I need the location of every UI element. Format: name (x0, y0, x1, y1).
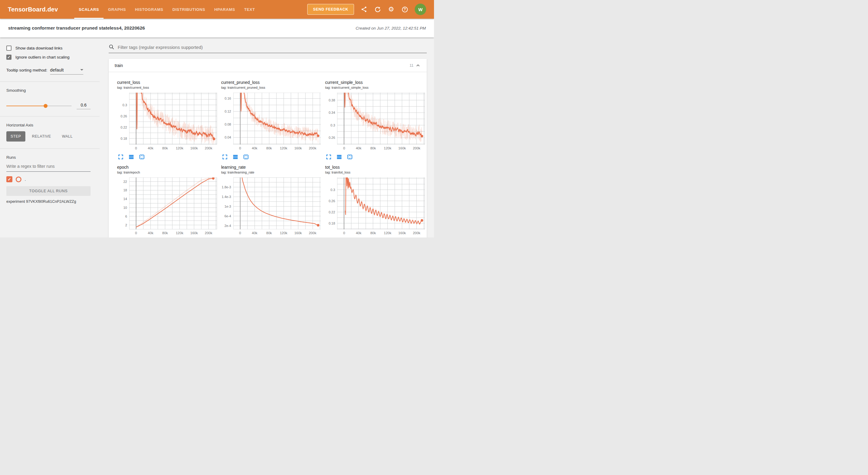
axis-option-wall[interactable]: WALL (58, 131, 77, 141)
help-icon[interactable]: ? (401, 6, 408, 13)
experiment-title: streaming conformer transducer pruned st… (8, 25, 145, 31)
axis-option-relative[interactable]: RELATIVE (28, 131, 56, 141)
chevron-down-icon (80, 69, 83, 71)
x-tick-label: 160k (398, 146, 406, 150)
run-name: . (25, 177, 26, 182)
scalar-chart-card: epoch tag: train/epoch 2610141822 040k80… (117, 165, 217, 238)
avatar[interactable]: W (415, 4, 426, 15)
series-end-dot (213, 137, 215, 140)
smoothing-value[interactable]: 0.6 (77, 103, 91, 109)
tab-hparams[interactable]: HPARAMS (210, 0, 240, 19)
train-group-card: train 11 current_loss tag: train/current… (108, 59, 427, 238)
divider (0, 82, 100, 82)
chart-plot[interactable] (337, 178, 425, 229)
tab-graphs[interactable]: GRAPHS (103, 0, 130, 19)
created-date: Created on Jun 27, 2022, 12:42:51 PM (355, 26, 426, 30)
search-icon (108, 44, 115, 50)
tab-histograms[interactable]: HISTOGRAMS (130, 0, 168, 19)
y-tick-label: 0.3 (123, 103, 127, 107)
x-tick-label: 0 (343, 146, 345, 150)
chevron-up-icon[interactable] (415, 63, 421, 68)
checkbox-unchecked-icon[interactable] (6, 45, 11, 51)
y-tick-label: 0.04 (224, 135, 231, 139)
tab-text[interactable]: TEXT (240, 0, 259, 19)
data-table-icon[interactable] (336, 154, 342, 160)
chart-title: current_pruned_loss (221, 80, 321, 85)
chart-plot[interactable] (129, 93, 217, 145)
x-tick-label: 0 (135, 231, 137, 235)
y-axis-labels: 0.180.220.260.3 (117, 93, 129, 145)
help-question-glyph: ? (402, 7, 408, 12)
toggle-all-runs-button[interactable]: TOGGLE ALL RUNS (6, 186, 91, 196)
scalar-chart-card: current_pruned_loss tag: train/current_p… (221, 80, 321, 160)
y-tick-label: 6e-4 (224, 214, 231, 218)
series-end-dot (421, 135, 423, 137)
checkbox-checked-icon[interactable]: ✓ (6, 55, 11, 60)
chart-tag: tag: train/learning_rate (221, 170, 321, 174)
series-end-dot (317, 135, 319, 137)
chart-tag: tag: train/tot_loss (325, 170, 425, 174)
x-tick-label: 0 (239, 146, 241, 150)
send-feedback-button[interactable]: SEND FEEDBACK (307, 4, 354, 15)
x-tick-label: 160k (294, 231, 302, 235)
y-tick-label: 0.08 (224, 123, 231, 126)
run-checkbox[interactable]: ✓ (6, 176, 12, 182)
expand-chart-icon[interactable] (222, 154, 228, 160)
x-axis-labels: 040k80k120k160k200k (337, 146, 425, 151)
header-actions: SEND FEEDBACK ⚙ ? W (307, 0, 426, 19)
x-tick-label: 160k (294, 146, 302, 150)
train-group-header[interactable]: train 11 (108, 59, 427, 72)
refresh-icon[interactable] (374, 6, 381, 13)
scalar-chart-card: current_loss tag: train/current_loss 0.1… (117, 80, 217, 160)
scalar-chart-card: learning_rate tag: train/learning_rate 2… (221, 165, 321, 238)
slider-fill (6, 106, 45, 106)
x-tick-label: 120k (384, 146, 392, 150)
data-table-icon[interactable] (128, 154, 134, 160)
chart-plot[interactable] (337, 93, 425, 145)
fit-domain-icon[interactable] (139, 154, 145, 160)
slider-thumb[interactable] (43, 104, 48, 108)
x-tick-label: 80k (266, 231, 272, 235)
x-axis-labels: 040k80k120k160k200k (337, 231, 425, 236)
y-tick-label: 0.18 (121, 137, 127, 140)
settings-gear-icon[interactable]: ⚙ (388, 6, 395, 13)
chart-tag: tag: train/current_loss (117, 86, 217, 89)
expand-chart-icon[interactable] (118, 154, 124, 160)
chart-plot[interactable] (233, 178, 321, 229)
fit-domain-icon[interactable] (243, 154, 249, 160)
checkbox-label: Ignore outliers in chart scaling (16, 55, 69, 59)
chart-plot[interactable] (129, 178, 217, 229)
share-icon[interactable] (360, 6, 368, 13)
show-download-links-checkbox[interactable]: Show data download links (6, 45, 91, 51)
tooltip-sorting-select[interactable]: default (50, 67, 83, 74)
app-logo[interactable]: TensorBoard.dev (8, 6, 58, 13)
nav-tabs: SCALARSGRAPHSHISTOGRAMSDISTRIBUTIONSHPAR… (74, 0, 259, 19)
filter-tags-input[interactable] (118, 45, 427, 50)
axis-option-step[interactable]: STEP (6, 131, 25, 141)
horizontal-axis-label: Horizontal Axis (6, 123, 91, 127)
x-tick-label: 200k (205, 146, 213, 150)
y-tick-label: 1.8e-3 (221, 185, 231, 189)
y-tick-label: 0.38 (329, 98, 335, 102)
fit-domain-icon[interactable] (347, 154, 353, 160)
x-tick-label: 40k (148, 146, 154, 150)
scalar-chart-card: tot_loss tag: train/tot_loss 0.180.220.2… (325, 165, 425, 238)
series-end-dot (317, 224, 319, 227)
data-table-icon[interactable] (232, 154, 239, 160)
x-tick-label: 40k (252, 231, 257, 235)
y-axis-labels: 0.260.30.340.38 (325, 93, 337, 145)
runs-regex-input[interactable] (6, 161, 91, 172)
y-tick-label: 0.3 (331, 123, 335, 127)
x-tick-label: 200k (309, 146, 316, 150)
x-tick-label: 120k (280, 231, 287, 235)
smoothing-slider[interactable] (6, 106, 71, 106)
tab-scalars[interactable]: SCALARS (74, 0, 103, 19)
chart-tag: tag: train/current_simple_loss (325, 86, 425, 89)
y-tick-label: 2 (125, 223, 127, 227)
experiment-id-text: experiment 97VKXf80Ru61CnP2ALWZZg (6, 199, 91, 204)
tab-distributions[interactable]: DISTRIBUTIONS (168, 0, 210, 19)
x-tick-label: 80k (162, 146, 168, 150)
ignore-outliers-checkbox[interactable]: ✓ Ignore outliers in chart scaling (6, 55, 91, 60)
expand-chart-icon[interactable] (326, 154, 332, 160)
chart-plot[interactable] (233, 93, 321, 145)
